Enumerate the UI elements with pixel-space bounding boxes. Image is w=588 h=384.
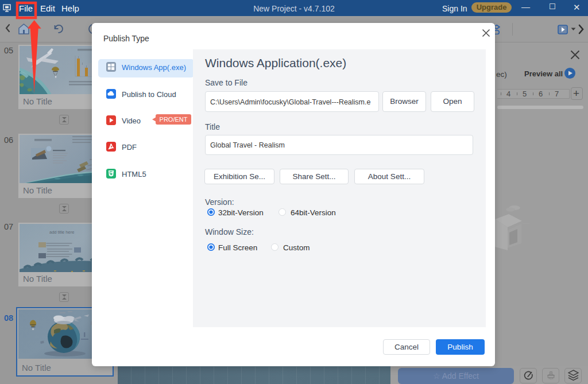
svg-text:add title here: add title here (49, 230, 74, 235)
